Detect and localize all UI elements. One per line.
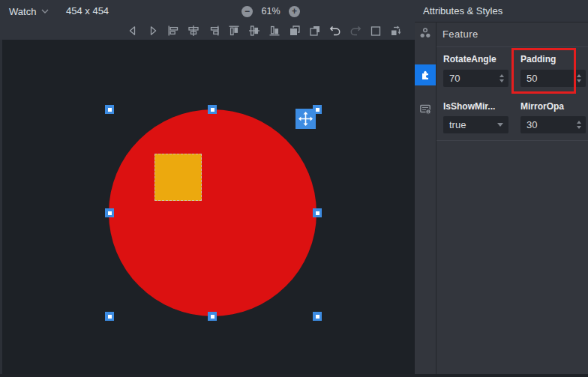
device-selector-label: Watch xyxy=(9,6,36,17)
group-icon xyxy=(418,26,432,40)
field-label-mirroropa: MirrorOpa xyxy=(520,101,564,112)
zoom-level-label: 61% xyxy=(260,6,282,16)
canvas-toolbar xyxy=(126,24,403,37)
puzzle-icon xyxy=(418,68,432,82)
panel-section-title: Feature xyxy=(442,22,478,46)
circle-shape[interactable] xyxy=(109,109,316,316)
attributes-panel-title: Attributes & Styles xyxy=(423,0,502,22)
next-icon[interactable] xyxy=(146,24,160,37)
selection-handle-middle-left[interactable] xyxy=(105,208,114,217)
undo-icon[interactable] xyxy=(328,24,342,37)
swap-component-icon[interactable] xyxy=(389,24,403,37)
align-right-icon[interactable] xyxy=(207,24,220,37)
stepper-icon[interactable] xyxy=(498,70,506,87)
selection-handle-bottom-left[interactable] xyxy=(105,312,114,321)
align-center-horizontal-icon[interactable] xyxy=(187,24,200,37)
stepper-icon[interactable] xyxy=(575,70,583,87)
chevron-down-icon xyxy=(497,123,503,127)
zoom-in-button[interactable]: + xyxy=(289,6,300,17)
rotateangle-field[interactable] xyxy=(443,70,508,87)
tab-plugin-active[interactable] xyxy=(415,64,436,85)
redo-icon[interactable] xyxy=(349,24,362,37)
tab-collaborate[interactable] xyxy=(415,22,436,43)
attributes-panel: Feature RotateAngle Padding IsShowMir...… xyxy=(415,22,588,374)
align-bottom-icon[interactable] xyxy=(268,24,281,37)
marquee-select-icon[interactable] xyxy=(369,24,382,37)
canvas[interactable] xyxy=(2,40,415,374)
move-cross-icon xyxy=(298,112,313,126)
square-shape[interactable] xyxy=(154,154,202,201)
stepper-icon[interactable] xyxy=(575,116,583,133)
bring-to-front-icon[interactable] xyxy=(288,24,302,37)
selection-handle-bottom-center[interactable] xyxy=(208,312,217,321)
dropdown-selected-value: true xyxy=(443,119,497,130)
design-tool-window: Watch 454 x 454 − 61% + Attributes & Sty… xyxy=(0,0,588,377)
panel-tab-strip xyxy=(415,22,436,374)
send-to-back-icon[interactable] xyxy=(308,24,322,37)
mirroropa-field[interactable] xyxy=(520,116,586,133)
feature-panel: Feature RotateAngle Padding IsShowMir...… xyxy=(436,22,588,374)
field-label-isshowmirror: IsShowMir... xyxy=(443,101,495,112)
canvas-size-label: 454 x 454 xyxy=(66,0,109,22)
selection-handle-top-center[interactable] xyxy=(208,105,217,114)
form-info-icon xyxy=(418,102,432,115)
zoom-controls: − 61% + xyxy=(242,0,300,22)
selection-handle-top-left[interactable] xyxy=(105,105,114,114)
padding-field[interactable] xyxy=(520,70,586,87)
field-label-padding: Padding xyxy=(520,54,556,64)
move-tool-button[interactable] xyxy=(296,109,316,129)
previous-icon[interactable] xyxy=(126,24,140,37)
tab-info[interactable] xyxy=(415,98,436,119)
window-bottom-edge xyxy=(0,374,588,377)
chevron-down-icon xyxy=(41,9,49,13)
section-divider xyxy=(436,140,588,141)
section-divider xyxy=(436,46,588,47)
field-label-rotateangle: RotateAngle xyxy=(443,54,496,64)
align-top-icon[interactable] xyxy=(227,24,241,37)
device-selector-dropdown[interactable]: Watch xyxy=(9,0,49,22)
selection-handle-bottom-right[interactable] xyxy=(313,312,322,321)
zoom-out-button[interactable]: − xyxy=(242,6,253,17)
align-left-icon[interactable] xyxy=(166,24,180,37)
align-middle-vertical-icon[interactable] xyxy=(248,24,261,37)
isshowmirror-dropdown[interactable]: true xyxy=(443,116,508,133)
selection-handle-middle-right[interactable] xyxy=(313,208,322,217)
